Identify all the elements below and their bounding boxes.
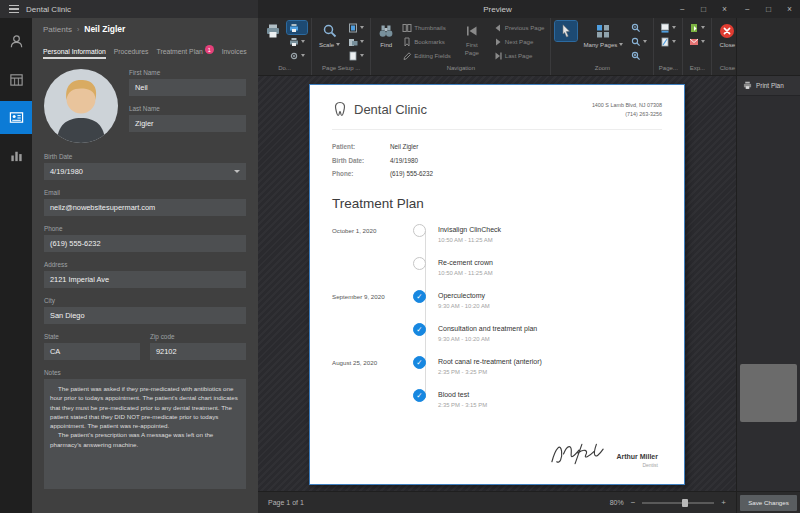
export-to-button[interactable] (687, 21, 707, 34)
editing-fields-toggle[interactable]: Editing Fields (400, 49, 453, 62)
zoom-in-icon (631, 51, 641, 61)
nav-rail-schedule[interactable] (0, 63, 32, 96)
app-close-button[interactable]: × (779, 0, 800, 18)
first-page-button[interactable]: First Page (456, 21, 488, 58)
tab-invoices[interactable]: Invoices (222, 48, 247, 59)
city-field: City San Diego (44, 297, 246, 324)
previous-page-button[interactable]: Previous Page (491, 21, 547, 34)
document-title: Treatment Plan (332, 196, 662, 211)
phone-input[interactable]: (619) 555-6232 (44, 235, 246, 252)
document-page: Dental Clinic 1400 S Lamb Blvd, NJ 07308… (309, 84, 685, 485)
preview-minimize-button[interactable]: − (672, 0, 693, 18)
print-options-button[interactable] (287, 35, 307, 48)
notes-input[interactable]: The patient was asked if they pre-medica… (44, 379, 246, 489)
address-input[interactable]: 2121 Imperial Ave (44, 271, 246, 288)
tab-procedures[interactable]: Procedures (114, 48, 149, 59)
dentist-role: Dentist (616, 462, 658, 468)
paper-size-button[interactable] (346, 49, 366, 62)
chevron-down-icon (336, 43, 340, 46)
quick-print-button[interactable] (287, 21, 307, 34)
zoom-control: 80% − + (610, 498, 726, 507)
zoom-out-button[interactable] (629, 21, 649, 34)
birth-date-input[interactable]: 4/19/1980 (44, 163, 246, 180)
watermark-icon (660, 37, 670, 47)
print-plan-button[interactable]: Print Plan (737, 76, 800, 96)
orientation-button[interactable] (346, 35, 366, 48)
page-color-button[interactable] (658, 21, 678, 34)
last-page-button[interactable]: Last Page (491, 49, 547, 62)
watermark-button[interactable] (658, 35, 678, 48)
chevron-down-icon (643, 40, 647, 43)
last-name-input[interactable]: Zigler (129, 115, 246, 132)
many-pages-button[interactable]: Many Pages (580, 21, 626, 50)
nav-rail-patient-card[interactable] (0, 101, 32, 134)
signature-block: Arthur Miller Dentist (549, 441, 658, 468)
app-window: Dental Clinic Preview − □ × − □ × (0, 0, 800, 513)
send-email-button[interactable] (687, 35, 707, 48)
chevron-down-icon[interactable] (234, 170, 240, 173)
thumbnails-toggle[interactable]: Thumbnails (400, 21, 453, 34)
next-page-button[interactable]: Next Page (491, 35, 547, 48)
email-field: Email neilz@nowebsitesupermart.com (44, 189, 246, 216)
nav-rail-reports[interactable] (0, 139, 32, 172)
zoom-slider[interactable] (642, 502, 714, 504)
document-options-button[interactable] (287, 49, 307, 62)
city-input[interactable]: San Diego (44, 307, 246, 324)
hamburger-menu-icon[interactable] (9, 5, 19, 14)
check-circle-icon: ✓ (413, 356, 426, 369)
nav-rail-patients[interactable] (0, 25, 32, 58)
state-input[interactable]: CA (44, 343, 140, 360)
check-circle-icon: ✓ (413, 323, 426, 336)
first-name-input[interactable]: Neil (129, 79, 246, 96)
timeline-item: ✓ Blood test2:35 PM - 3:15 PM (332, 389, 662, 422)
preview-ribbon: Do... Scale (258, 18, 736, 76)
paper-size-icon (348, 51, 358, 61)
scale-button[interactable]: Scale (316, 21, 343, 50)
app-minimize-button[interactable]: − (737, 0, 758, 18)
app-title-area: Dental Clinic (0, 0, 258, 18)
find-button[interactable]: Find (375, 21, 397, 50)
app-maximize-button[interactable]: □ (758, 0, 779, 18)
quick-print-icon (289, 23, 299, 33)
preview-restore-button[interactable]: □ (693, 0, 714, 18)
print-button[interactable] (262, 21, 284, 41)
tab-personal-information[interactable]: Personal Information (43, 48, 106, 59)
zip-input[interactable]: 92102 (150, 343, 246, 360)
zoom-slider-thumb[interactable] (682, 499, 688, 507)
chevron-down-icon (360, 40, 364, 43)
preview-canvas[interactable]: Dental Clinic 1400 S Lamb Blvd, NJ 07308… (258, 76, 736, 491)
mouse-pointer-tool[interactable] (555, 21, 577, 41)
timeline-item: September 9, 2020 ✓ Operculectomy9:30 AM… (332, 290, 662, 323)
zoom-in-button[interactable] (629, 49, 649, 62)
ribbon-group-label: Exp... (683, 63, 711, 75)
margins-button[interactable] (346, 21, 366, 34)
birth-date-field: Birth Date 4/19/1980 (44, 153, 246, 180)
close-preview-button[interactable]: Close (716, 21, 736, 50)
gear-icon (289, 51, 299, 61)
printer-small-icon (289, 37, 299, 47)
side-panel-placeholder (740, 364, 797, 422)
breadcrumb-patients-link[interactable]: Patients (43, 25, 72, 34)
bookmarks-toggle[interactable]: Bookmarks (400, 35, 453, 48)
tab-treatment-plan[interactable]: Treatment Plan1 (156, 48, 213, 59)
scale-magnifier-icon (322, 23, 338, 39)
zoom-button[interactable] (629, 35, 649, 48)
chevron-down-icon (360, 54, 364, 57)
address-field: Address 2121 Imperial Ave (44, 261, 246, 288)
first-name-field: First Name Neil (129, 69, 246, 96)
preview-statusbar: Page 1 of 1 80% − + (258, 491, 736, 513)
ribbon-group-label: Do... (258, 63, 311, 75)
zoom-in-icon[interactable]: + (721, 498, 726, 507)
preview-close-button[interactable]: × (714, 0, 735, 18)
zoom-out-icon[interactable]: − (631, 498, 636, 507)
preview-window-title: Preview (483, 5, 511, 14)
chevron-down-icon (301, 54, 305, 57)
save-changes-button[interactable]: Save Changes (740, 495, 797, 511)
phone-field: Phone (619) 555-6232 (44, 225, 246, 252)
email-input[interactable]: neilz@nowebsitesupermart.com (44, 199, 246, 216)
breadcrumb: Patients › Neil Zigler (32, 18, 258, 40)
signature-icon (549, 441, 607, 468)
magnifier-icon (631, 37, 641, 47)
timeline-item: Re-cement crown10:50 AM - 11:25 AM (332, 257, 662, 290)
patient-panel: Patients › Neil Zigler Personal Informat… (32, 18, 258, 513)
